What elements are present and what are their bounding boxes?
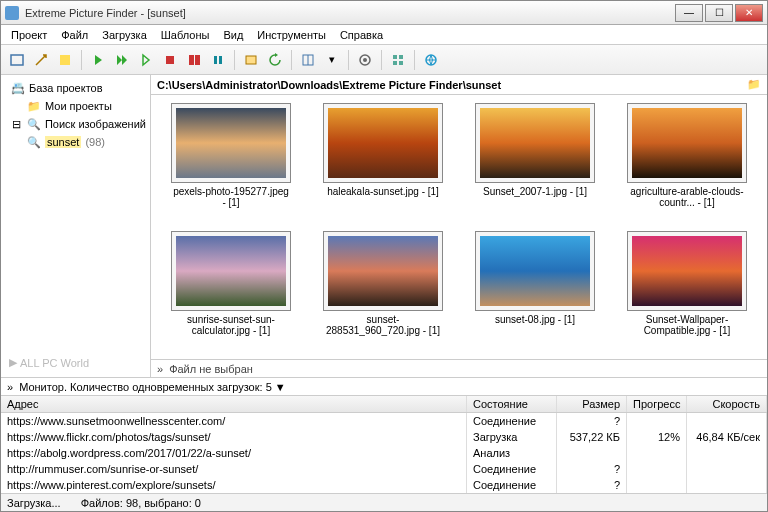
table-header: Адрес Состояние Размер Прогресс Скорость: [1, 396, 767, 413]
app-icon: [5, 6, 19, 20]
thumbnail-caption: haleakala-sunset.jpg - [1]: [323, 183, 443, 197]
play-icon[interactable]: [88, 50, 108, 70]
svg-rect-13: [399, 55, 403, 59]
database-icon: 📇: [11, 81, 25, 95]
col-size[interactable]: Размер: [557, 396, 627, 412]
menu-project[interactable]: Проект: [5, 27, 53, 43]
refresh-icon[interactable]: [265, 50, 285, 70]
wizard-icon[interactable]: [31, 50, 51, 70]
watermark-icon: ▶: [9, 356, 17, 369]
tree-label: Мои проекты: [45, 100, 112, 112]
menu-help[interactable]: Справка: [334, 27, 389, 43]
table-row[interactable]: http://rummuser.com/sunrise-or-sunset/Со…: [1, 461, 767, 477]
thumbnail-image: [171, 231, 291, 311]
tree-projects-db[interactable]: 📇 База проектов: [5, 79, 146, 97]
thumbnail-item[interactable]: sunset-288531_960_720.jpg - [1]: [311, 231, 455, 351]
thumbnail-caption: agriculture-arable-clouds-countr... - [1…: [627, 183, 747, 208]
table-row[interactable]: https://www.sunsetmoonwellnesscenter.com…: [1, 413, 767, 429]
table-row[interactable]: https://www.flickr.com/photos/tags/sunse…: [1, 429, 767, 445]
tree-query-label: sunset: [45, 136, 81, 148]
thumbnail-grid: pexels-photo-195277.jpeg - [1]haleakala-…: [151, 95, 767, 359]
svg-rect-1: [60, 55, 70, 65]
settings-icon[interactable]: [355, 50, 375, 70]
thumbnail-caption: sunset-08.jpg - [1]: [475, 311, 595, 325]
close-button[interactable]: ✕: [735, 4, 763, 22]
thumbnail-image: [323, 231, 443, 311]
open-folder-icon[interactable]: 📁: [747, 78, 761, 91]
pause-icon[interactable]: [208, 50, 228, 70]
tree-my-projects[interactable]: 📁 Мои проекты: [5, 97, 146, 115]
svg-rect-15: [399, 61, 403, 65]
thumbnail-item[interactable]: Sunset-Wallpaper-Compatible.jpg - [1]: [615, 231, 759, 351]
tree-query-count: (98): [85, 136, 105, 148]
tree-image-search[interactable]: ⊟ 🔍 Поиск изображений: [5, 115, 146, 133]
menu-download[interactable]: Загрузка: [96, 27, 152, 43]
thumbnail-item[interactable]: sunset-08.jpg - [1]: [463, 231, 607, 351]
tree-label: Поиск изображений: [45, 118, 146, 130]
thumbnail-item[interactable]: Sunset_2007-1.jpg - [1]: [463, 103, 607, 223]
stop-icon[interactable]: [160, 50, 180, 70]
thumbnail-image: [171, 103, 291, 183]
thumbnail-item[interactable]: sunrise-sunset-sun-calculator.jpg - [1]: [159, 231, 303, 351]
status-files: Файлов: 98, выбрано: 0: [81, 497, 201, 509]
col-state[interactable]: Состояние: [467, 396, 557, 412]
magnifier-icon: 🔍: [27, 135, 41, 149]
explorer-icon[interactable]: [241, 50, 261, 70]
web-icon[interactable]: [421, 50, 441, 70]
thumbnail-caption: pexels-photo-195277.jpeg - [1]: [171, 183, 291, 208]
tree-search-query[interactable]: 🔍 sunset (98): [5, 133, 146, 151]
search-icon: 🔍: [27, 117, 41, 131]
table-row[interactable]: https://www.pinterest.com/explore/sunset…: [1, 477, 767, 493]
path-text: C:\Users\Administrator\Downloads\Extreme…: [157, 79, 501, 91]
chevron-icon[interactable]: »: [7, 381, 13, 393]
svg-rect-6: [219, 56, 222, 64]
chevron-icon[interactable]: »: [157, 363, 163, 375]
status-loading: Загрузка...: [7, 497, 61, 509]
expand-icon[interactable]: ⊟: [11, 117, 23, 131]
thumbnail-item[interactable]: pexels-photo-195277.jpeg - [1]: [159, 103, 303, 223]
tree-label: База проектов: [29, 82, 103, 94]
monitor-bar: » Монитор. Количество одновременных загр…: [1, 377, 767, 395]
titlebar: Extreme Picture Finder - [sunset] — ☐ ✕: [1, 1, 767, 25]
svg-rect-5: [214, 56, 217, 64]
thumbnail-caption: sunset-288531_960_720.jpg - [1]: [323, 311, 443, 336]
new-project-icon[interactable]: [7, 50, 27, 70]
table-row[interactable]: https://abolg.wordpress.com/2017/01/22/a…: [1, 445, 767, 461]
view-icon[interactable]: [388, 50, 408, 70]
col-address[interactable]: Адрес: [1, 396, 467, 412]
thumbnail-image: [627, 103, 747, 183]
folder-icon: 📁: [27, 99, 41, 113]
svg-point-11: [363, 58, 367, 62]
file-selection-bar: » Файл не выбран: [151, 359, 767, 377]
download-table: Адрес Состояние Размер Прогресс Скорость…: [1, 395, 767, 493]
thumbnail-image: [475, 103, 595, 183]
watermark: ▶ ALL PC World: [5, 352, 146, 373]
svg-rect-2: [166, 56, 174, 64]
svg-rect-4: [195, 55, 200, 65]
col-progress[interactable]: Прогресс: [627, 396, 687, 412]
stop-all-icon[interactable]: [184, 50, 204, 70]
layout-icon[interactable]: [298, 50, 318, 70]
play-all-icon[interactable]: [112, 50, 132, 70]
dropdown-icon[interactable]: ▾: [322, 50, 342, 70]
minimize-button[interactable]: —: [675, 4, 703, 22]
sidebar: 📇 База проектов 📁 Мои проекты ⊟ 🔍 Поиск …: [1, 75, 151, 377]
col-speed[interactable]: Скорость: [687, 396, 767, 412]
maximize-button[interactable]: ☐: [705, 4, 733, 22]
svg-rect-7: [246, 56, 256, 64]
statusbar: Загрузка... Файлов: 98, выбрано: 0: [1, 493, 767, 511]
menu-file[interactable]: Файл: [55, 27, 94, 43]
svg-rect-3: [189, 55, 194, 65]
step-icon[interactable]: [136, 50, 156, 70]
menu-templates[interactable]: Шаблоны: [155, 27, 216, 43]
path-bar: C:\Users\Administrator\Downloads\Extreme…: [151, 75, 767, 95]
menubar: Проект Файл Загрузка Шаблоны Вид Инструм…: [1, 25, 767, 45]
toolbar: ▾: [1, 45, 767, 75]
thumbnail-image: [627, 231, 747, 311]
thumbnail-item[interactable]: agriculture-arable-clouds-countr... - [1…: [615, 103, 759, 223]
thumbnail-caption: sunrise-sunset-sun-calculator.jpg - [1]: [171, 311, 291, 336]
menu-view[interactable]: Вид: [217, 27, 249, 43]
menu-tools[interactable]: Инструменты: [251, 27, 332, 43]
thumbnail-item[interactable]: haleakala-sunset.jpg - [1]: [311, 103, 455, 223]
note-icon[interactable]: [55, 50, 75, 70]
